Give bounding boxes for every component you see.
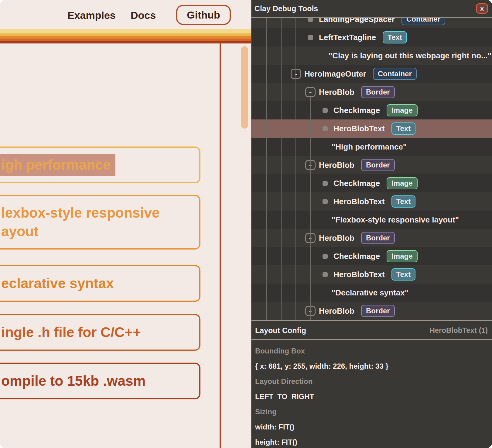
tree-node-row[interactable]: -HeroBlobBorder bbox=[251, 156, 492, 174]
text-selection-highlight: igh performance bbox=[0, 154, 115, 176]
tree-node-row[interactable]: LandingPageSpacerContainer bbox=[251, 18, 492, 28]
feature-box: eclarative syntax bbox=[0, 265, 200, 302]
tree-node-row[interactable]: CheckImageImage bbox=[251, 247, 492, 265]
element-type-badge: Border bbox=[361, 305, 395, 317]
element-name: HeroBlobText bbox=[333, 270, 385, 279]
stripe-band bbox=[0, 36, 252, 39]
element-name: CheckImage bbox=[333, 106, 380, 115]
element-tree: LandingPageSpacerContainerLeftTextTaglin… bbox=[251, 18, 492, 321]
tree-node-row[interactable]: HeroBlobTextText bbox=[251, 192, 492, 211]
feature-box-text: igh performance bbox=[1, 154, 199, 176]
feature-box-text: ompile to 15kb .wasm bbox=[1, 372, 199, 390]
element-name: HeroBlob bbox=[319, 306, 354, 316]
element-type-badge: Border bbox=[361, 86, 395, 98]
element-name: HeroBlob bbox=[319, 88, 354, 97]
tree-quote-row: "Clay is laying out this webpage right n… bbox=[251, 47, 492, 65]
tree-node-row[interactable]: CheckImageImage bbox=[251, 101, 492, 119]
element-name: HeroImageOuter bbox=[304, 69, 366, 79]
leaf-bullet-icon bbox=[323, 108, 328, 113]
element-type-badge: Container bbox=[373, 68, 417, 80]
nav-item-docs[interactable]: Docs bbox=[131, 9, 156, 21]
element-type-badge: Image bbox=[387, 177, 417, 189]
app-window: ExamplesDocs Github igh performancelexbo… bbox=[0, 0, 492, 448]
feature-box-text: lexbox-style responsive bbox=[1, 204, 199, 222]
clay-debug-panel: Clay Debug Tools x LandingPageSpacerCont… bbox=[251, 0, 492, 448]
element-text-preview: "Clay is laying out this webpage right n… bbox=[329, 51, 491, 60]
debug-panel-header: Clay Debug Tools x bbox=[251, 0, 492, 18]
tree-guide-line bbox=[296, 18, 296, 320]
element-name: HeroBlobText bbox=[333, 124, 385, 133]
nav-item-examples[interactable]: Examples bbox=[67, 9, 116, 21]
debug-panel-title: Clay Debug Tools bbox=[255, 4, 318, 13]
leaf-bullet-icon bbox=[323, 272, 328, 277]
leaf-bullet-icon bbox=[323, 126, 328, 131]
feature-box: ompile to 15kb .wasm bbox=[0, 363, 200, 399]
tree-node-row[interactable]: -HeroBlobBorder bbox=[251, 83, 492, 101]
config-value: LEFT_TO_RIGHT bbox=[251, 389, 492, 404]
layout-config-title: Layout Config bbox=[255, 326, 306, 335]
element-name: CheckImage bbox=[333, 179, 380, 188]
hero-vertical-divider bbox=[220, 43, 221, 448]
tree-node-row[interactable]: -HeroBlobBorder bbox=[251, 302, 492, 320]
leaf-bullet-icon bbox=[323, 254, 328, 259]
collapse-toggle-icon[interactable]: - bbox=[305, 87, 316, 97]
element-text-preview: "Declarative syntax" bbox=[332, 288, 408, 298]
element-text-preview: "Flexbox-style responsive layout" bbox=[332, 215, 459, 225]
feature-box-text: ingle .h file for C/C++ bbox=[1, 323, 199, 342]
selected-element-label: HeroBlobText (1) bbox=[429, 326, 488, 335]
tree-guide-line bbox=[281, 18, 282, 320]
close-button[interactable]: x bbox=[476, 3, 488, 14]
element-type-badge: Text bbox=[383, 31, 407, 43]
tree-node-row[interactable]: -HeroBlobBorder bbox=[251, 229, 492, 247]
tree-node-row[interactable]: HeroBlobTextText bbox=[251, 119, 492, 138]
rainbow-divider-stripe bbox=[0, 29, 252, 43]
element-type-badge: Image bbox=[387, 250, 417, 262]
element-type-badge: Container bbox=[401, 18, 445, 25]
config-value: { x: 681, y: 255, width: 226, height: 33… bbox=[251, 359, 492, 374]
layout-config-header: Layout Config HeroBlobText (1) bbox=[251, 322, 492, 340]
stripe-band bbox=[0, 39, 252, 41]
element-type-badge: Text bbox=[391, 195, 416, 208]
leaf-bullet-icon bbox=[308, 18, 313, 22]
tree-quote-row: "High performance" bbox=[251, 138, 492, 156]
element-name: LandingPageSpacer bbox=[319, 18, 395, 24]
feature-box: igh performance bbox=[0, 146, 200, 183]
element-name: HeroBlob bbox=[319, 160, 354, 170]
tree-quote-row: "Flexbox-style responsive layout" bbox=[251, 211, 492, 229]
tree-node-row[interactable]: LeftTextTaglineText bbox=[251, 28, 492, 47]
stripe-band bbox=[0, 29, 252, 33]
config-section-label: Layout Direction bbox=[251, 374, 492, 389]
leaf-bullet-icon bbox=[323, 199, 328, 204]
element-type-badge: Text bbox=[391, 268, 416, 281]
element-name: CheckImage bbox=[333, 252, 380, 261]
element-name: HeroBlob bbox=[319, 233, 354, 243]
layout-config-body: Bounding Box{ x: 681, y: 255, width: 226… bbox=[251, 343, 492, 448]
element-text-preview: "High performance" bbox=[332, 142, 407, 152]
leaf-bullet-icon bbox=[323, 181, 328, 186]
feature-box-text: ayout bbox=[1, 222, 199, 241]
feature-box: lexbox-style responsiveayout bbox=[0, 195, 200, 250]
element-type-badge: Text bbox=[391, 122, 416, 135]
config-value: height: FIT() bbox=[251, 435, 492, 448]
stripe-band bbox=[0, 33, 252, 36]
page-scrollbar-thumb[interactable] bbox=[241, 46, 248, 129]
leaf-bullet-icon bbox=[308, 35, 313, 40]
element-type-badge: Image bbox=[387, 104, 417, 116]
stripe-band bbox=[0, 41, 252, 43]
tree-quote-row: "Declarative syntax" bbox=[251, 284, 492, 302]
element-type-badge: Border bbox=[361, 159, 395, 171]
element-name: HeroBlobText bbox=[333, 197, 385, 206]
config-value: width: FIT() bbox=[251, 419, 492, 435]
config-section-label: Sizing bbox=[251, 404, 492, 419]
tree-guide-line bbox=[266, 18, 267, 320]
element-name: LeftTextTagline bbox=[319, 33, 376, 42]
feature-box: ingle .h file for C/C++ bbox=[0, 314, 200, 351]
config-section-label: Bounding Box bbox=[251, 343, 492, 359]
tree-node-row[interactable]: CheckImageImage bbox=[251, 174, 492, 192]
feature-box-text: eclarative syntax bbox=[1, 274, 199, 293]
tree-node-row[interactable]: HeroBlobTextText bbox=[251, 265, 492, 284]
element-type-badge: Border bbox=[361, 232, 395, 244]
github-button[interactable]: Github bbox=[176, 5, 231, 25]
tree-node-row[interactable]: -HeroImageOuterContainer bbox=[251, 65, 492, 83]
tree-guide-line bbox=[310, 97, 311, 320]
